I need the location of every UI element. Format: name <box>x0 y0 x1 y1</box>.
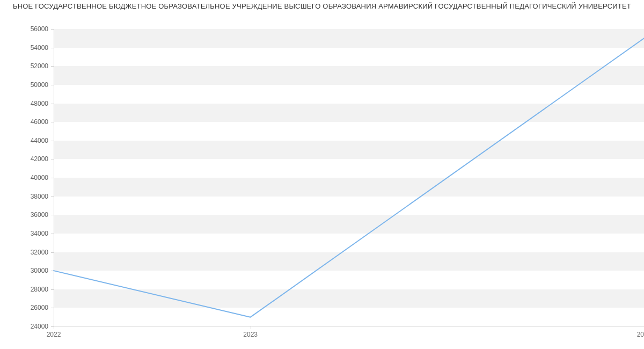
y-tick-mark <box>51 159 54 159</box>
y-tick-label: 28000 <box>31 286 48 293</box>
chart-title: ЬНОЕ ГОСУДАРСТВЕННОЕ БЮДЖЕТНОЕ ОБРАЗОВАТ… <box>0 2 644 10</box>
y-tick-label: 38000 <box>31 193 48 200</box>
plot-area: 2400026000280003000032000340003600038000… <box>54 29 644 326</box>
y-tick-mark <box>51 289 54 290</box>
y-tick-label: 44000 <box>31 137 48 144</box>
y-tick-label: 56000 <box>31 25 48 33</box>
y-tick-mark <box>51 29 54 30</box>
y-tick-mark <box>51 215 54 215</box>
x-tick-mark <box>251 326 251 329</box>
y-tick-label: 50000 <box>31 81 48 89</box>
y-tick-mark <box>51 48 54 48</box>
y-tick-mark <box>51 271 54 271</box>
x-tick-label: 2023 <box>243 331 258 338</box>
y-tick-label: 34000 <box>31 230 48 237</box>
y-tick-mark <box>51 178 54 178</box>
chart-container: ЬНОЕ ГОСУДАРСТВЕННОЕ БЮДЖЕТНОЕ ОБРАЗОВАТ… <box>0 0 644 349</box>
y-tick-mark <box>51 66 54 67</box>
y-tick-mark <box>51 141 54 141</box>
y-tick-label: 46000 <box>31 118 48 126</box>
x-tick-label: 2025 <box>637 331 644 338</box>
y-tick-label: 24000 <box>31 323 48 330</box>
y-tick-label: 54000 <box>31 44 48 52</box>
y-tick-label: 26000 <box>31 304 48 311</box>
y-tick-mark <box>51 85 54 85</box>
y-tick-label: 36000 <box>31 211 48 219</box>
y-tick-mark <box>51 197 54 197</box>
y-tick-mark <box>51 104 54 104</box>
y-tick-label: 48000 <box>31 100 48 107</box>
y-tick-label: 30000 <box>31 267 48 274</box>
data-series-line <box>54 38 644 317</box>
y-tick-label: 52000 <box>31 62 48 70</box>
y-tick-label: 42000 <box>31 155 48 163</box>
chart-svg <box>54 29 644 326</box>
x-tick-mark <box>54 326 54 329</box>
y-tick-mark <box>51 252 54 253</box>
y-tick-mark <box>51 234 54 234</box>
y-tick-label: 32000 <box>31 249 48 256</box>
y-tick-label: 40000 <box>31 174 48 181</box>
x-tick-label: 2022 <box>47 331 61 338</box>
y-tick-mark <box>51 308 54 308</box>
y-tick-mark <box>51 122 54 122</box>
